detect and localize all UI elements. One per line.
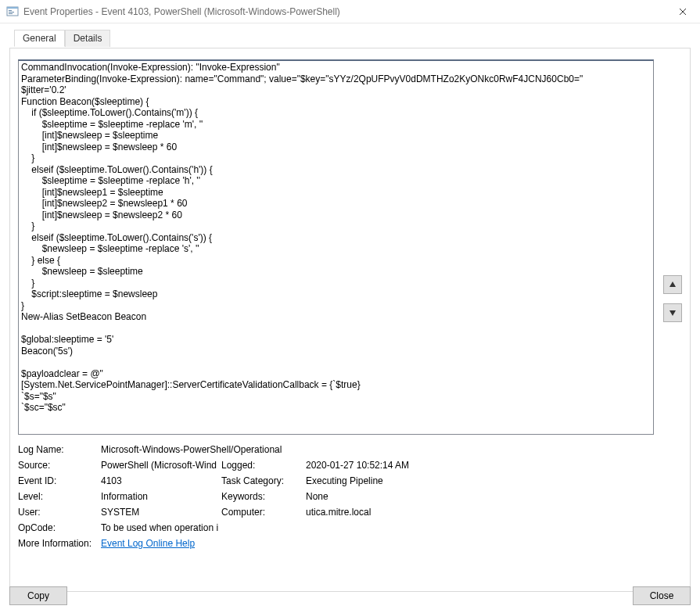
svg-marker-6 [669,310,676,316]
opcode-value: To be used when operation i [101,522,654,533]
tab-strip: General Details [14,30,110,47]
close-button[interactable]: Close [633,586,691,605]
content-area: General Details CommandInvocation(Invoke… [0,23,700,613]
level-label: Level: [18,491,101,502]
window-close-button[interactable] [665,0,700,23]
svg-rect-3 [9,12,14,13]
tab-details-label: Details [74,33,102,44]
source-value: PowerShell (Microsoft-Wind [101,460,221,471]
event-id-label: Event ID: [18,475,101,486]
more-info-label: More Information: [18,538,101,549]
app-icon [6,5,19,18]
svg-rect-1 [7,7,18,9]
event-body-text[interactable]: CommandInvocation(Invoke-Expression): "I… [18,59,654,435]
svg-marker-5 [669,281,676,287]
event-body-wrap: CommandInvocation(Invoke-Expression): "I… [18,59,654,435]
more-info-value: Event Log Online Help [101,538,654,549]
event-log-help-link[interactable]: Event Log Online Help [101,538,195,549]
dialog-button-row: Copy Close [9,586,691,605]
svg-rect-4 [9,13,13,14]
tab-panel: CommandInvocation(Invoke-Expression): "I… [9,48,691,592]
window-title: Event Properties - Event 4103, PowerShel… [23,6,665,17]
keywords-label: Keywords: [221,491,306,502]
tab-general[interactable]: General [14,30,65,47]
user-value: SYSTEM [101,507,221,518]
task-category-value: Executing Pipeline [306,475,654,486]
log-name-value: Microsoft-Windows-PowerShell/Operational [101,444,654,455]
event-id-value: 4103 [101,475,221,486]
copy-button-label: Copy [27,590,49,601]
opcode-label: OpCode: [18,522,101,533]
close-button-label: Close [650,590,674,601]
source-label: Source: [18,460,101,471]
user-label: User: [18,507,101,518]
level-value: Information [101,491,221,502]
next-event-button[interactable] [663,303,682,322]
record-nav [663,275,682,322]
window-titlebar: Event Properties - Event 4103, PowerShel… [0,0,700,23]
logged-label: Logged: [221,460,306,471]
properties-grid: Log Name: Microsoft-Windows-PowerShell/O… [18,444,654,549]
computer-value: utica.mitre.local [306,507,654,518]
svg-rect-2 [9,10,12,11]
keywords-value: None [306,491,654,502]
copy-button[interactable]: Copy [9,586,67,605]
log-name-label: Log Name: [18,444,101,455]
logged-value: 2020-01-27 10:52:14 AM [306,460,654,471]
tab-details[interactable]: Details [65,30,111,47]
task-category-label: Task Category: [221,475,306,486]
tab-general-label: General [23,33,56,44]
computer-label: Computer: [221,507,306,518]
prev-event-button[interactable] [663,275,682,294]
